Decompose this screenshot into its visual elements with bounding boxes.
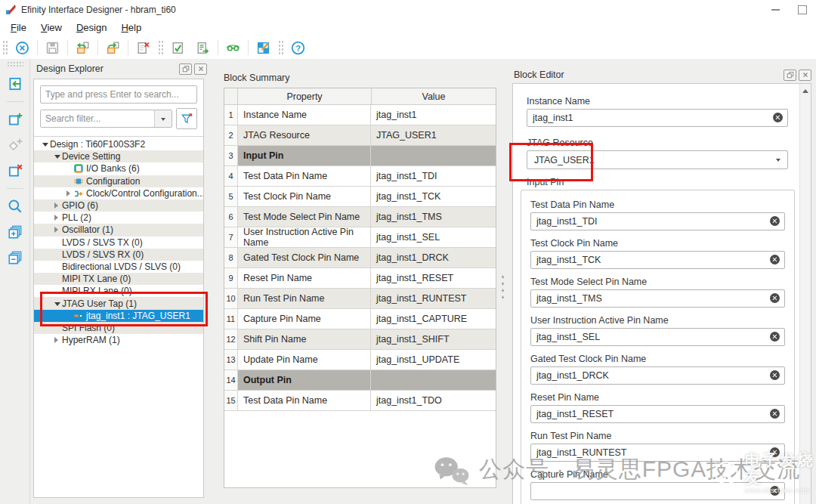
clear-icon[interactable] bbox=[770, 216, 780, 226]
panel-splitter[interactable] bbox=[501, 274, 505, 301]
tree-item[interactable]: SPI Flash (0) bbox=[34, 322, 203, 334]
value-cell[interactable]: jtag_inst1_UPDATE bbox=[371, 350, 496, 369]
value-cell[interactable]: jtag_inst1 bbox=[371, 105, 496, 125]
tree-item[interactable]: jtag_inst1 : JTAG_USER1 bbox=[34, 310, 203, 322]
jtag-resource-select[interactable]: JTAG_USER1 bbox=[527, 150, 788, 169]
pin-name-input[interactable] bbox=[530, 482, 785, 500]
connections-button[interactable] bbox=[223, 38, 243, 58]
table-row[interactable]: 8Gated Test Clock Pin Namejtag_inst1_DRC… bbox=[224, 248, 496, 268]
tree-expander-down-icon[interactable] bbox=[52, 151, 62, 162]
pin-name-input[interactable] bbox=[530, 251, 785, 269]
value-cell[interactable]: jtag_inst1_SEL bbox=[371, 227, 496, 247]
property-cell[interactable]: Test Mode Select Pin Name bbox=[238, 207, 371, 227]
table-row[interactable]: 12Shift Pin Namejtag_inst1_SHIFT bbox=[224, 329, 496, 350]
property-cell[interactable]: Reset Pin Name bbox=[238, 268, 371, 288]
table-row[interactable]: 4Test Data Pin Namejtag_inst1_TDI bbox=[224, 166, 496, 187]
value-cell[interactable]: jtag_inst1_RESET bbox=[371, 268, 496, 288]
clear-icon[interactable] bbox=[770, 409, 780, 419]
value-cell[interactable]: jtag_inst1_TMS bbox=[371, 207, 496, 227]
property-cell[interactable]: Shift Pin Name bbox=[238, 329, 371, 349]
export-block-button[interactable] bbox=[103, 38, 123, 58]
floorplan-button[interactable] bbox=[253, 38, 274, 58]
property-cell[interactable]: Run Test Pin Name bbox=[238, 289, 371, 308]
save-button[interactable] bbox=[42, 38, 63, 58]
tree-expander-right-icon[interactable] bbox=[52, 215, 62, 221]
import-block-button[interactable] bbox=[73, 38, 93, 58]
pin-name-input[interactable] bbox=[530, 366, 785, 385]
dock-block-button[interactable] bbox=[5, 73, 26, 94]
pin-name-input[interactable] bbox=[530, 212, 785, 230]
property-cell[interactable]: Output Pin bbox=[238, 370, 371, 390]
tree-item[interactable]: Device Setting bbox=[34, 150, 203, 162]
clear-icon[interactable] bbox=[770, 293, 780, 303]
tree-item[interactable]: Configuration bbox=[34, 175, 203, 187]
close-panel-button[interactable] bbox=[194, 63, 207, 75]
close-panel-button[interactable] bbox=[799, 70, 811, 81]
delete-block-button[interactable] bbox=[5, 160, 26, 181]
zoom-button[interactable] bbox=[5, 196, 26, 217]
clear-icon[interactable] bbox=[773, 113, 783, 122]
pin-name-input[interactable] bbox=[530, 328, 785, 346]
filter-combobox[interactable] bbox=[40, 110, 172, 128]
table-row[interactable]: 9Reset Pin Namejtag_inst1_RESET bbox=[224, 268, 496, 289]
tree-item[interactable]: Bidirectional LVDS / SLVS (0) bbox=[34, 261, 203, 273]
pin-name-input[interactable] bbox=[530, 444, 785, 462]
tree-item[interactable]: LVDS / SLVS TX (0) bbox=[34, 237, 203, 249]
pin-name-input[interactable] bbox=[530, 405, 785, 423]
menu-view[interactable]: View bbox=[34, 20, 70, 36]
add-port-button[interactable] bbox=[5, 135, 26, 156]
value-cell[interactable]: jtag_inst1_TDO bbox=[371, 391, 496, 410]
column-header-property[interactable]: Property bbox=[238, 88, 372, 104]
property-cell[interactable]: Test Clock Pin Name bbox=[238, 187, 371, 206]
property-cell[interactable]: Update Pin Name bbox=[238, 350, 371, 369]
property-cell[interactable]: Test Data Pin Name bbox=[238, 391, 371, 410]
check-design-button[interactable] bbox=[168, 38, 188, 58]
search-input[interactable] bbox=[40, 85, 197, 104]
menu-file[interactable]: File bbox=[4, 20, 34, 36]
value-cell[interactable]: jtag_inst1_RUNTEST bbox=[371, 289, 496, 308]
collapse-all-button[interactable] bbox=[5, 247, 26, 268]
help-button[interactable]: ? bbox=[288, 38, 308, 58]
scroll-up-icon[interactable] bbox=[800, 86, 811, 95]
tree-expander-right-icon[interactable] bbox=[52, 203, 62, 209]
tree-item[interactable]: MIPI TX Lane (0) bbox=[34, 273, 203, 285]
table-row[interactable]: 7User Instruction Active Pin Namejtag_in… bbox=[224, 227, 496, 248]
float-panel-button[interactable] bbox=[179, 63, 192, 75]
table-row[interactable]: 14Output Pin bbox=[224, 370, 496, 391]
tree-item[interactable]: GPIO (6) bbox=[34, 199, 203, 212]
filter-input[interactable] bbox=[41, 110, 154, 127]
column-header-value[interactable]: Value bbox=[372, 88, 496, 104]
value-cell[interactable] bbox=[371, 370, 496, 390]
tree-item[interactable]: PLL (2) bbox=[34, 212, 203, 224]
generate-button[interactable] bbox=[193, 38, 213, 58]
table-row[interactable]: 5Test Clock Pin Namejtag_inst1_TCK bbox=[224, 187, 496, 207]
tree-expander-right-icon[interactable] bbox=[64, 190, 74, 196]
tree-expander-down-icon[interactable] bbox=[52, 298, 62, 309]
instance-name-input[interactable] bbox=[527, 109, 788, 127]
value-cell[interactable]: JTAG_USER1 bbox=[371, 125, 496, 145]
clear-icon[interactable] bbox=[770, 255, 780, 264]
tree-item[interactable]: Oscillator (1) bbox=[34, 224, 203, 236]
menu-design[interactable]: Design bbox=[70, 20, 114, 36]
value-cell[interactable]: jtag_inst1_DRCK bbox=[371, 248, 496, 267]
table-row[interactable]: 10Run Test Pin Namejtag_inst1_RUNTEST bbox=[224, 289, 496, 309]
expand-all-button[interactable] bbox=[5, 221, 26, 243]
float-panel-button[interactable] bbox=[784, 70, 796, 81]
value-cell[interactable]: jtag_inst1_TCK bbox=[371, 187, 496, 206]
tree-item[interactable]: LVDS / SLVS RX (0) bbox=[34, 249, 203, 261]
minimize-button[interactable] bbox=[762, 0, 789, 19]
filter-funnel-button[interactable] bbox=[176, 108, 197, 129]
table-row[interactable]: 6Test Mode Select Pin Namejtag_inst1_TMS bbox=[224, 207, 496, 227]
table-row[interactable]: 2JTAG ResourceJTAG_USER1 bbox=[224, 125, 496, 146]
table-row[interactable]: 11Capture Pin Namejtag_inst1_CAPTURE bbox=[224, 309, 496, 329]
tree-expander-right-icon[interactable] bbox=[52, 227, 62, 233]
menu-help[interactable]: Help bbox=[114, 20, 149, 36]
tree-expander-down-icon[interactable] bbox=[40, 139, 50, 150]
property-cell[interactable]: Input Pin bbox=[238, 146, 371, 165]
property-cell[interactable]: Capture Pin Name bbox=[238, 309, 371, 329]
tree-item[interactable]: JTAG User Tap (1) bbox=[34, 297, 203, 309]
table-row[interactable]: 1Instance Namejtag_inst1 bbox=[224, 105, 496, 125]
tree-item[interactable]: Clock/Control Configuration... bbox=[34, 187, 203, 199]
scrollbar[interactable] bbox=[799, 84, 811, 504]
close-circle-button[interactable] bbox=[12, 38, 32, 58]
